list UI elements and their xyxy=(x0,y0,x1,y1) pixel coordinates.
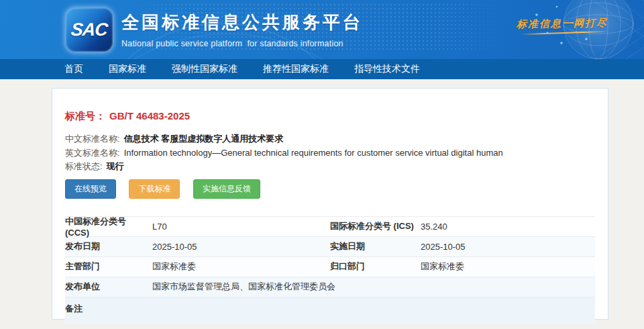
table-row-dates: 发布日期 2025-10-05 实施日期 2025-10-05 xyxy=(65,236,595,256)
table-row-remarks: 备注 xyxy=(65,297,595,324)
download-button[interactable]: 下载标准 xyxy=(129,179,180,199)
competent-dept-value: 国家标准委 xyxy=(152,261,330,273)
preview-button[interactable]: 在线预览 xyxy=(65,179,116,199)
publisher-label: 发布单位 xyxy=(65,281,152,293)
en-name-row: 英文标准名称:Information technology—General te… xyxy=(65,146,595,160)
publish-date-value: 2025-10-05 xyxy=(152,242,330,252)
nav-item-national-standards[interactable]: 国家标准 xyxy=(109,63,146,75)
centralized-dept-value: 国家标准委 xyxy=(421,261,595,273)
en-name-value: Information technology—General technical… xyxy=(124,148,503,158)
centralized-dept-label: 归口部门 xyxy=(330,261,421,273)
standard-detail-card: 标准号：GB/T 46483-2025 中文标准名称:信息技术 客服型虚拟数字人… xyxy=(52,88,608,320)
cn-name-label: 中文标准名称: xyxy=(65,134,120,144)
publish-date-label: 发布日期 xyxy=(65,240,152,252)
standard-number-label: 标准号： xyxy=(65,110,105,122)
ics-label: 国际标准分类号 (ICS) xyxy=(330,220,421,232)
main-nav: 首页 国家标准 强制性国家标准 推荐性国家标准 指导性技术文件 xyxy=(0,59,644,79)
ccs-value: L70 xyxy=(152,222,330,232)
sac-logo-text: SAC xyxy=(70,19,108,40)
table-row-departments: 主管部门 国家标准委 归口部门 国家标准委 xyxy=(65,256,595,277)
sac-logo[interactable]: SAC xyxy=(66,8,113,52)
slogan-text: 标准信息一网打尽 xyxy=(517,17,608,31)
standard-number-line: 标准号：GB/T 46483-2025 xyxy=(65,110,595,123)
feedback-button[interactable]: 实施信息反馈 xyxy=(193,179,260,199)
en-name-label: 英文标准名称: xyxy=(65,148,120,158)
publisher-value: 国家市场监督管理总局、国家标准化管理委员会 xyxy=(152,281,595,293)
status-label: 标准状态: xyxy=(65,161,103,171)
standard-number-value: GB/T 46483-2025 xyxy=(109,110,190,122)
site-header: SAC 全国标准信息公共服务平台 National public service… xyxy=(0,0,644,59)
site-title: 全国标准信息公共服务平台 xyxy=(121,11,363,34)
cn-name-row: 中文标准名称:信息技术 客服型虚拟数字人通用技术要求 xyxy=(65,132,595,146)
implement-date-label: 实施日期 xyxy=(330,240,421,252)
nav-item-recommended-standards[interactable]: 推荐性国家标准 xyxy=(263,63,329,75)
remarks-label: 备注 xyxy=(65,303,152,315)
status-value: 现行 xyxy=(107,161,124,171)
nav-item-guiding-documents[interactable]: 指导性技术文件 xyxy=(354,63,420,75)
standard-name-fields: 中文标准名称:信息技术 客服型虚拟数字人通用技术要求 英文标准名称:Inform… xyxy=(65,132,595,174)
cn-name-value: 信息技术 客服型虚拟数字人通用技术要求 xyxy=(124,134,284,144)
table-row-classification: 中国标准分类号 (CCS) L70 国际标准分类号 (ICS) 35.240 xyxy=(65,216,595,236)
table-row-publisher: 发布单位 国家市场监督管理总局、国家标准化管理委员会 xyxy=(65,277,595,297)
competent-dept-label: 主管部门 xyxy=(65,261,152,273)
nav-item-home[interactable]: 首页 xyxy=(64,63,83,75)
status-row: 标准状态:现行 xyxy=(65,160,595,174)
action-buttons: 在线预览 下载标准 实施信息反馈 xyxy=(65,179,595,199)
standard-info-table: 中国标准分类号 (CCS) L70 国际标准分类号 (ICS) 35.240 发… xyxy=(65,216,595,324)
site-title-block: 全国标准信息公共服务平台 National public service pla… xyxy=(121,11,363,48)
ics-value: 35.240 xyxy=(421,222,595,232)
nav-item-mandatory-standards[interactable]: 强制性国家标准 xyxy=(172,63,237,75)
page-body: 标准号：GB/T 46483-2025 中文标准名称:信息技术 客服型虚拟数字人… xyxy=(0,79,644,320)
implement-date-value: 2025-10-05 xyxy=(421,242,595,252)
ccs-label: 中国标准分类号 (CCS) xyxy=(65,216,152,238)
site-subtitle: National public service platform for sta… xyxy=(121,39,363,48)
